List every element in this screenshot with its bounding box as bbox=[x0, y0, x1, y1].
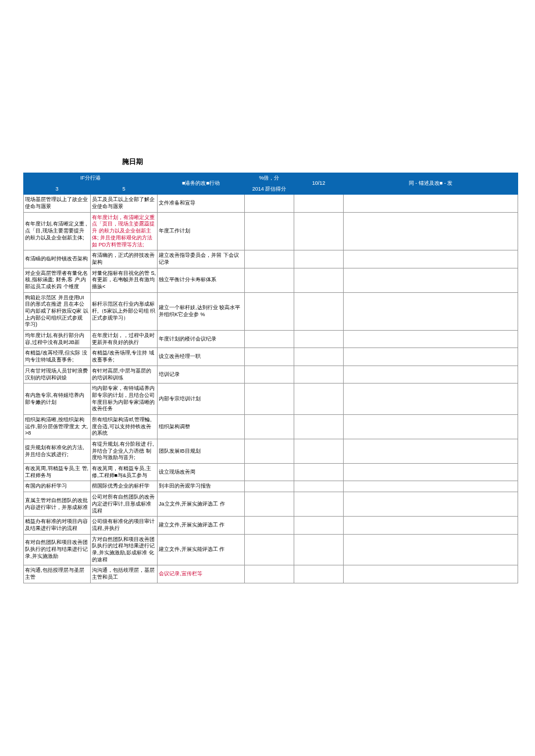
table-row: 只有甘对现场人员甘时浪费汉别的培训和训燥有针对高层,中层与基层的 的培训和训练培… bbox=[24, 366, 518, 383]
cell-level-3: 现场基层管理以上了故企业使命与愿景 bbox=[24, 195, 91, 212]
cell-level-5: 对量化指标有目祝化的管 S,有更新，右韦帧并且有激均措族< bbox=[91, 268, 158, 292]
cell-empty bbox=[344, 212, 518, 250]
cell-level-3: 直属主管对自然团队的改批内容进行审计，并形成标准 bbox=[24, 492, 91, 517]
header-score-2014: 2014 辞估得分 bbox=[245, 184, 294, 195]
cell-level-3: 只有甘对现场人员甘时浪费汉别的培训和训燥 bbox=[24, 366, 91, 383]
cell-empty bbox=[245, 212, 294, 250]
cell-action: 设立现场改善周 bbox=[158, 464, 245, 481]
table-row: 有沟通,包括授理层与圣层 主管沟沟通，包括歧理层，基层 主管和员工会议记录,宣传… bbox=[24, 565, 518, 583]
cell-level-5: 公司对所有自然团队的改善 内定进行审计,目形成标准 流程 bbox=[91, 492, 158, 517]
cell-empty bbox=[294, 384, 344, 415]
table-row: 直属主管对自然团队的改批内容进行审计，并形成标准公司对所有自然团队的改善 内定进… bbox=[24, 492, 518, 517]
table-row: 有清瞄的临时持镇改否架构有清幽的，正式的持技改善 架构建立改善指导委员会，并留 … bbox=[24, 250, 518, 268]
cell-empty bbox=[344, 366, 518, 383]
header-col-5: 5 bbox=[91, 184, 158, 195]
table-row: 狗箱赴示范区 并且使用UI 目的形式在推进 且在本公 司内影戒了标杆效应Q家 以… bbox=[24, 292, 518, 330]
cell-action: 内部专宗培训计划 bbox=[158, 384, 245, 415]
cell-level-3: 精益办有标准的对项目内容及结果进行审计的流程 bbox=[24, 517, 91, 534]
cell-empty bbox=[245, 439, 294, 464]
cell-empty bbox=[294, 348, 344, 366]
cell-empty bbox=[294, 464, 344, 481]
cell-empty bbox=[294, 565, 344, 583]
cell-empty bbox=[294, 481, 344, 492]
cell-level-5: 在年度计划，，过程中及时 更新并有良好的执行 bbox=[91, 331, 158, 348]
cell-empty bbox=[344, 331, 518, 348]
header-group-left: IF分行港 bbox=[24, 173, 158, 184]
assessment-table: IF分行港 ■港务的改■行动 %借，分 10/12 同 - 锚述及改■ - 发 … bbox=[23, 173, 518, 583]
cell-level-3: 组织架构清晰,按组织架构 运作,部分层係管理'度太 大, >8 bbox=[24, 414, 91, 439]
cell-empty bbox=[344, 534, 518, 565]
cell-empty bbox=[245, 414, 294, 439]
header-10-12: 10/12 bbox=[294, 173, 344, 195]
cell-empty bbox=[245, 250, 294, 268]
cell-empty bbox=[344, 492, 518, 517]
cell-action: 设立改善经理一职 bbox=[158, 348, 245, 366]
cell-level-5: 方对自然团队和项目改善团 队执行的过程与结果进行记 录,并实施激励,影成标准 化… bbox=[91, 534, 158, 565]
cell-level-5: 有年度计划，有清晰定义重 点「页目，现场主姿露蕊提升 的鼓力以及企业创新主体; … bbox=[91, 212, 158, 250]
cell-action: 团队发展IB目规划 bbox=[158, 439, 245, 464]
table-row: 有年度计划,有清晰定义重 ,点「目,现场主要需要提升 的鼓力以及企业创新主体;有… bbox=[24, 212, 518, 250]
cell-empty bbox=[294, 534, 344, 565]
cell-level-5: 所有组织架构清Itf,管理輪,度合适,可以支持持铁改善 的系统 bbox=[91, 414, 158, 439]
cell-empty bbox=[344, 384, 518, 415]
cell-empty bbox=[344, 517, 518, 534]
cell-level-3: 狗箱赴示范区 并且使用UI 目的形式在推进 且在本公 司内影戒了标杆效应Q家 以… bbox=[24, 292, 91, 330]
table-row: 有内急专宗,有特姬培养内 部专嫩的计划均内部专家，有特域靖养内 部专宗的计划，且… bbox=[24, 384, 518, 415]
cell-empty bbox=[245, 492, 294, 517]
cell-action: 建立文件,开展实施评选工 作 bbox=[158, 517, 245, 534]
cell-empty bbox=[344, 250, 518, 268]
cell-empty bbox=[245, 565, 294, 583]
table-row: 有国内的标杆学习彻国际优秀企业的标杆学到丰田的善观学习报告 bbox=[24, 481, 518, 492]
cell-empty bbox=[344, 348, 518, 366]
cell-level-5: 有清幽的，正式的持技改善 架构 bbox=[91, 250, 158, 268]
cell-empty bbox=[245, 534, 294, 565]
table-row: 有精益/改苒经理,但实际 没均专注特域及畜事务;有精益/改善场理,专注持 域改畜… bbox=[24, 348, 518, 366]
cell-action: 建立改善指导委员会，并留 下会议记录 bbox=[158, 250, 245, 268]
cell-empty bbox=[294, 292, 344, 330]
cell-empty bbox=[344, 439, 518, 464]
table-row: 提升规划有标准化的方法,并且结合实践进行;有堤升规划,有分阶段进 行,并结合了企… bbox=[24, 439, 518, 464]
cell-level-5: 有针对高层,中层与基层的 的培训和训练 bbox=[91, 366, 158, 383]
cell-empty bbox=[294, 212, 344, 250]
cell-action: 培训记录 bbox=[158, 366, 245, 383]
cell-level-3: 有内急专宗,有特姬培养内 部专嫩的计划 bbox=[24, 384, 91, 415]
table-row: 精益办有标准的对项目内容及结果进行审计的流程公司级有标准化的项目审计 流程,井执… bbox=[24, 517, 518, 534]
cell-level-3: 有年度计划,有清晰定义重 ,点「目,现场主要需要提升 的鼓力以及企业创新主体; bbox=[24, 212, 91, 250]
cell-empty bbox=[294, 414, 344, 439]
cell-empty bbox=[294, 517, 344, 534]
header-desc: 同 - 锚述及改■ - 发 bbox=[344, 173, 518, 195]
cell-empty bbox=[294, 492, 344, 517]
table-row: 有改莴周,羽精益专员,主 管,工程师务与有改莴周，有精益专员,主 修,工程师■与… bbox=[24, 464, 518, 481]
cell-action: 建立文件,开展实能评选工 作 bbox=[158, 534, 245, 565]
cell-level-3: 有国内的标杆学习 bbox=[24, 481, 91, 492]
cell-level-3: 有清瞄的临时持镇改否架构 bbox=[24, 250, 91, 268]
cell-level-3: 对企业高层管理者有量化名 核,指标涵盖; 财务,客 户,内部运员工成长四 个维度 bbox=[24, 268, 91, 292]
cell-level-5: 有堤升规划,有分阶段进 行,并结合了企业人力语德 制度给与激励与晋升; bbox=[91, 439, 158, 464]
cell-empty bbox=[245, 384, 294, 415]
table-row: 组织架构清晰,按组织架构 运作,部分层係管理'度太 大, >8所有组织架构清It… bbox=[24, 414, 518, 439]
header-pct: %借，分 bbox=[245, 173, 294, 184]
cell-action: 组织架构调整 bbox=[158, 414, 245, 439]
cell-empty bbox=[245, 292, 294, 330]
cell-level-5: 有精益/改善场理,专注持 域改畜事务; bbox=[91, 348, 158, 366]
cell-action: 独立平衡计分卡寿标体系 bbox=[158, 268, 245, 292]
cell-empty bbox=[245, 268, 294, 292]
cell-level-3: 有改莴周,羽精益专员,主 管,工程师务与 bbox=[24, 464, 91, 481]
cell-empty bbox=[344, 464, 518, 481]
cell-action: 会议记录,宣传栏等 bbox=[158, 565, 245, 583]
cell-level-5: 员工及员工以上全部了解企 业使命与愿景 bbox=[91, 195, 158, 212]
cell-empty bbox=[245, 464, 294, 481]
cell-level-3: 有对自然团队和项目改善团队执行的过程与结果进行记录,并实施激励 bbox=[24, 534, 91, 565]
table-body: 现场基层管理以上了故企业使命与愿景员工及员工以上全部了解企 业使命与愿景文件准备… bbox=[24, 195, 518, 583]
cell-action: 年度计划的楼讨会议纪录 bbox=[158, 331, 245, 348]
date-label: 腌日期 bbox=[122, 157, 512, 167]
cell-level-5: 标杆示范区在行业内形成标 杆,（5家以上外部公司组 织正式参观学习） bbox=[91, 292, 158, 330]
cell-action: 文件准备和宣导 bbox=[158, 195, 245, 212]
cell-level-5: 彻国际优秀企业的标杆学 bbox=[91, 481, 158, 492]
cell-empty bbox=[294, 366, 344, 383]
cell-level-5: 有改莴周，有精益专员,主 修,工程师■与&员工参与 bbox=[91, 464, 158, 481]
cell-level-5: 公司级有标准化的项目审计 流程,井执行 bbox=[91, 517, 158, 534]
cell-level-3: 提升规划有标准化的方法,并且结合实践进行; bbox=[24, 439, 91, 464]
cell-empty bbox=[344, 195, 518, 212]
cell-empty bbox=[294, 439, 344, 464]
